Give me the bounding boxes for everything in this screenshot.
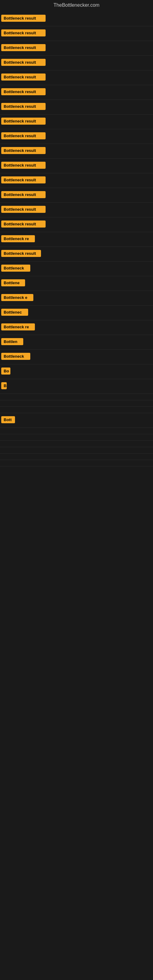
bottleneck-result-label: Bottleneck result	[1, 206, 46, 213]
table-row: Bottlenec	[0, 305, 153, 320]
table-row: Bottleneck result	[0, 100, 153, 115]
bottleneck-result-label: Bottleneck result	[1, 59, 46, 66]
bottleneck-result-label: B	[1, 382, 7, 389]
table-row: Bottleneck result	[0, 85, 153, 100]
table-row: Bottleneck re	[0, 232, 153, 247]
bottleneck-result-label: Bottleneck result	[1, 147, 46, 154]
table-row	[0, 441, 153, 447]
table-row: Bottlene	[0, 276, 153, 291]
table-row: Bottleneck e	[0, 291, 153, 305]
table-row: Bo	[0, 364, 153, 379]
table-row: Bottleneck result	[0, 115, 153, 129]
table-row	[0, 428, 153, 434]
table-row: Bottleneck result	[0, 159, 153, 173]
bottleneck-result-label: Bottleneck result	[1, 88, 46, 95]
table-row: Bottleneck result	[0, 218, 153, 232]
table-row	[0, 460, 153, 466]
bottleneck-result-label: Bottleneck result	[1, 15, 46, 22]
table-row	[0, 394, 153, 400]
table-row	[0, 400, 153, 407]
table-row: Bottleneck result	[0, 173, 153, 188]
table-row: Bottleneck result	[0, 41, 153, 56]
bottleneck-result-label: Bottleneck	[1, 265, 30, 272]
site-title: TheBottlenecker.com	[0, 0, 153, 12]
table-row: Bottleneck result	[0, 70, 153, 85]
table-row	[0, 453, 153, 460]
table-row	[0, 407, 153, 413]
table-row: Bott	[0, 413, 153, 428]
bottleneck-result-label: Bottleneck result	[1, 250, 41, 257]
table-row: Bottleneck re	[0, 320, 153, 335]
bottleneck-result-label: Bottleneck re	[1, 235, 35, 242]
bottleneck-result-label: Bottleneck result	[1, 191, 46, 198]
bottleneck-result-label: Bottleneck result	[1, 44, 46, 51]
table-row: Bottleneck result	[0, 144, 153, 159]
bottleneck-result-label: Bottleneck result	[1, 177, 46, 183]
table-row: Bottleneck result	[0, 188, 153, 203]
bottleneck-result-label: Bottleneck result	[1, 73, 46, 81]
table-row: Bottleneck result	[0, 26, 153, 41]
table-row	[0, 447, 153, 453]
bottleneck-result-label: Bott	[1, 416, 15, 423]
table-row: Bottleneck result	[0, 12, 153, 26]
table-row: Bottleneck result	[0, 203, 153, 218]
bottleneck-result-label: Bottleneck e	[1, 294, 33, 301]
table-row: Bottleneck	[0, 350, 153, 364]
bottleneck-result-label: Bottleneck result	[1, 103, 46, 110]
table-row	[0, 434, 153, 441]
bottleneck-result-label: Bottleneck result	[1, 162, 46, 169]
table-row: Bottleneck result	[0, 247, 153, 261]
table-row: Bottleneck result	[0, 56, 153, 70]
table-row: B	[0, 379, 153, 394]
bottleneck-result-label: Bottleneck	[1, 353, 30, 360]
bottleneck-result-label: Bottleneck result	[1, 118, 46, 125]
table-row: Bottleneck	[0, 261, 153, 276]
bottleneck-result-label: Bottlenec	[1, 309, 28, 316]
bottleneck-result-label: Bottleneck result	[1, 29, 46, 37]
table-row: Bottlen	[0, 335, 153, 350]
bottleneck-result-label: Bottleneck result	[1, 132, 46, 139]
bottleneck-result-label: Bo	[1, 368, 10, 375]
bottleneck-result-label: Bottleneck result	[1, 221, 46, 228]
bottleneck-result-label: Bottleneck re	[1, 323, 35, 331]
table-row: Bottleneck result	[0, 129, 153, 144]
bottleneck-result-label: Bottlen	[1, 338, 23, 345]
bottleneck-result-label: Bottlene	[1, 279, 25, 286]
